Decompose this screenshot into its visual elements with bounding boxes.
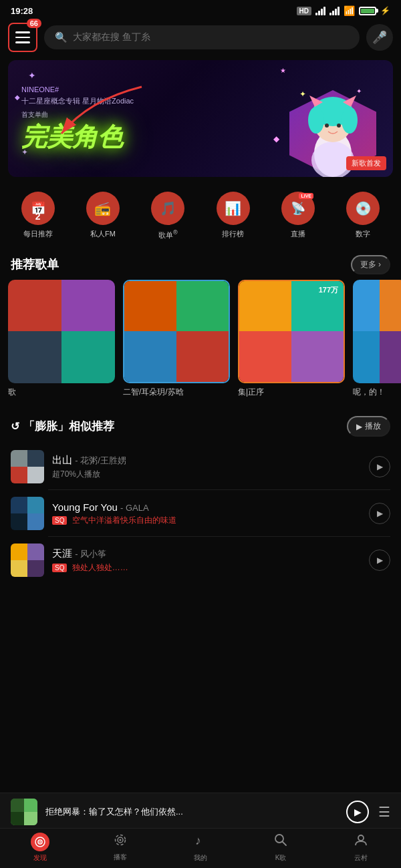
mini-player[interactable]: 拒绝网暴：输了又怎样？他们依然... ▶ ☰	[0, 793, 401, 831]
song-item-3[interactable]: 天涯 - 风小筝 SQ 独处人独处…… ▶	[0, 537, 401, 584]
nav-item-my[interactable]: ♪ 我的	[160, 833, 241, 863]
playlist-label-1: 歌	[8, 387, 115, 398]
my-music-icon: ♪	[193, 833, 208, 851]
sq-badge-2: SQ	[52, 516, 67, 525]
thumb-cell	[353, 280, 380, 332]
song-item-2[interactable]: Young For You - GALA SQ 空气中洋溢着快乐自由的味道 ▶	[0, 490, 401, 537]
banner-song-line: 首支单曲	[21, 110, 380, 120]
charts-icon-wrap: 📊	[217, 192, 250, 225]
thumb-cell	[176, 281, 229, 332]
play-all-icon: ▶	[356, 422, 362, 431]
live-button[interactable]: 📡 LIVE 直播	[265, 192, 330, 240]
digital-icon-wrap: 💿	[346, 192, 380, 225]
svg-point-15	[39, 841, 41, 843]
charts-label: 排行榜	[222, 229, 244, 239]
nav-item-ksong[interactable]: K歌	[241, 833, 321, 863]
playlist-card-2[interactable]: 二智/耳朵玥/苏晗	[123, 280, 230, 398]
promo-banner[interactable]: ✦ ◆ ✦ ★ ◆ NINEONE# 十二星座概念专辑 星月物语Zodiac 首…	[8, 60, 393, 177]
nav-item-podcast[interactable]: 播客	[80, 833, 160, 863]
song-play-button-1[interactable]: ▶	[369, 456, 390, 477]
digital-label: 数字	[356, 229, 370, 239]
bottom-navigation: 发现 播客 ♪ 我的 K歌	[0, 828, 401, 868]
thumb-cell	[27, 560, 44, 577]
mini-thumb-grid	[11, 799, 37, 825]
daily-recommend-icon: 📅 2	[21, 192, 55, 225]
refresh-icon[interactable]: ↺	[11, 420, 19, 433]
song-item-1[interactable]: 出山 - 花粥/王胜娚 超70%人播放 ▶	[0, 443, 401, 490]
new-song-badge: 新歌首发	[346, 156, 386, 170]
svg-point-18	[120, 839, 122, 841]
thumb-cell	[61, 280, 115, 332]
playlist-card-1[interactable]: 歌	[8, 280, 115, 398]
recommend-section-header: 推荐歌单 更多 ›	[0, 246, 401, 280]
thumb-cell	[27, 544, 44, 560]
status-icons: HD 📶 ⚡	[297, 5, 390, 16]
playlist-row: 歌 二智/耳朵玥/苏晗	[0, 280, 401, 409]
mini-playlist-button[interactable]: ☰	[378, 804, 390, 820]
music-note-icon-svg: ♪	[193, 833, 208, 847]
nav-label-cloudvillage: 云村	[354, 853, 368, 863]
search-bar[interactable]: 🔍 大家都在搜 鱼丁糸	[44, 25, 360, 49]
sq-badge-3: SQ	[52, 564, 67, 572]
mini-play-button[interactable]: ▶	[346, 801, 369, 823]
live-label: 直播	[291, 229, 305, 239]
song-info-3: 天涯 - 风小筝 SQ 独处人独处……	[52, 548, 361, 574]
thumb-cell	[353, 331, 380, 383]
playlist-button[interactable]: 🎵 歌单®	[136, 192, 200, 240]
day-number: 2	[35, 212, 41, 221]
status-bar: 19:28 HD 📶 ⚡	[0, 0, 401, 19]
more-playlists-button[interactable]: 更多 ›	[351, 255, 390, 274]
play-all-label: 播放	[365, 421, 381, 432]
thumb-cell	[8, 331, 61, 383]
song-sub-2: SQ 空气中洋溢着快乐自由的味道	[52, 515, 361, 526]
song-title-1: 出山 - 花粥/王胜娚	[52, 454, 361, 467]
live-badge: LIVE	[299, 193, 313, 199]
fm-icon: 📻	[86, 192, 120, 225]
mini-player-controls: ▶ ☰	[346, 801, 390, 823]
digital-icon: 💿	[355, 200, 372, 216]
private-fm-button[interactable]: 📻 私人FM	[70, 192, 135, 240]
thumb-cell	[24, 799, 37, 812]
playlist-card-3[interactable]: 177万 集|正序	[238, 280, 345, 398]
thumb-cell	[176, 331, 229, 382]
song-title-3: 天涯 - 风小筝	[52, 548, 361, 560]
user-icon-svg	[354, 833, 368, 847]
song-play-button-3[interactable]: ▶	[369, 550, 390, 571]
song-play-button-2[interactable]: ▶	[369, 503, 390, 524]
thumb-cell	[11, 799, 24, 812]
playlist-label: 歌单®	[158, 229, 178, 240]
chart-icon: 📊	[225, 200, 241, 216]
banner-title: 完美角色	[21, 124, 380, 152]
song-thumb-grid-3	[11, 544, 44, 577]
thumb-cell	[8, 280, 61, 332]
app-header: 66 🔍 大家都在搜 鱼丁糸 🎤	[0, 19, 401, 56]
charts-button[interactable]: 📊 排行榜	[200, 192, 265, 240]
menu-button[interactable]: 66	[8, 23, 37, 52]
menu-bar-2	[15, 37, 30, 39]
play-all-button[interactable]: ▶ 播放	[347, 416, 390, 437]
voice-search-button[interactable]: 🎤	[366, 24, 393, 51]
banner-subtitle: 十二星座概念专辑 星月物语Zodiac	[21, 96, 380, 106]
status-time: 19:28	[11, 6, 33, 16]
play-icon: ▶	[354, 807, 362, 817]
menu-bar-3	[15, 41, 30, 43]
song-thumb-1	[11, 450, 44, 483]
cloudvillage-icon	[354, 833, 368, 851]
thumb-cell	[61, 331, 115, 383]
playlist-icon-wrap: 🎵	[151, 192, 184, 225]
disc-icon-svg	[35, 837, 45, 847]
thumb-cell	[11, 544, 27, 560]
live-stream-icon: 📡	[291, 201, 305, 216]
thumb-cell	[27, 450, 44, 467]
live-icon-wrap: 📡 LIVE	[281, 192, 315, 225]
nav-item-discover[interactable]: 发现	[0, 833, 80, 863]
playlist-card-4[interactable]: 呢，的！	[353, 280, 401, 398]
thumb-cell	[24, 812, 37, 825]
ksong-icon	[273, 833, 288, 851]
similar-title: ↺ 「膨胀」相似推荐	[11, 419, 114, 434]
daily-recommend-button[interactable]: 📅 2 每日推荐	[5, 192, 70, 240]
digital-button[interactable]: 💿 数字	[331, 192, 396, 240]
nav-item-cloudvillage[interactable]: 云村	[321, 833, 401, 863]
song-info-1: 出山 - 花粥/王胜娚 超70%人播放	[52, 454, 361, 480]
song-thumb-3	[11, 544, 44, 577]
